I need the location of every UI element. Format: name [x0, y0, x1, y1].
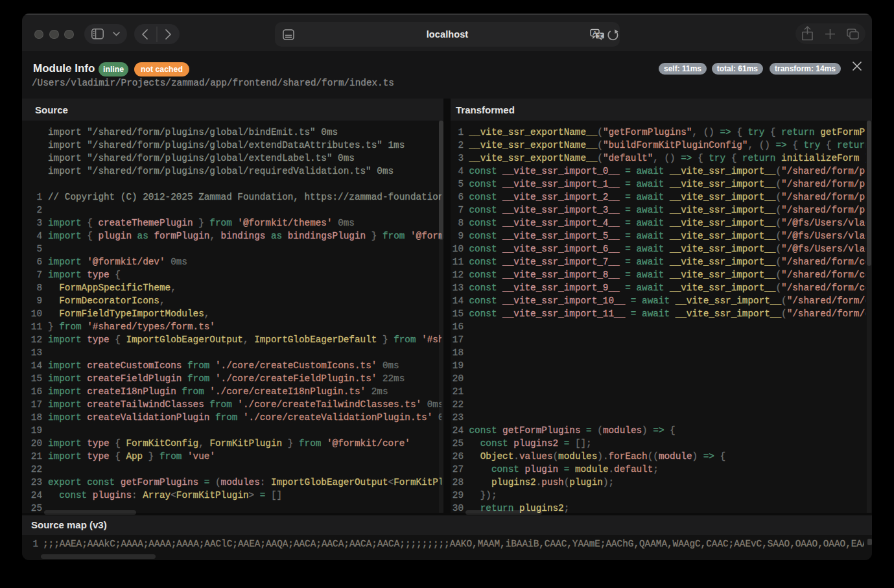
svg-text:文: 文 [597, 32, 603, 38]
